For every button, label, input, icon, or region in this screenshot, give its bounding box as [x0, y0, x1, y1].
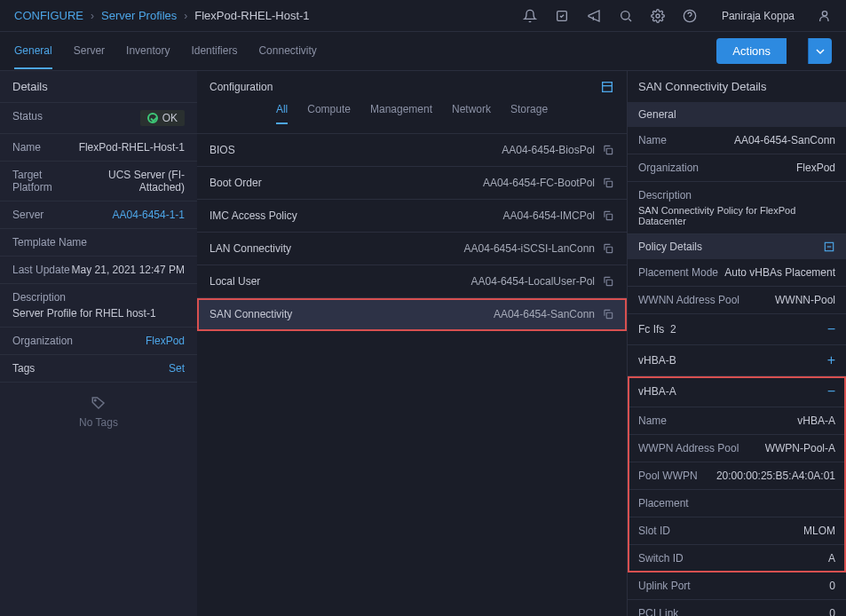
details-header: Details	[0, 71, 197, 102]
actions-dropdown[interactable]	[808, 38, 832, 64]
svg-point-4	[822, 11, 826, 15]
collapse-icon[interactable]	[823, 241, 835, 253]
config-row[interactable]: LAN ConnectivityAA04-6454-iSCSI-LanConn	[197, 233, 627, 265]
breadcrumb: CONFIGURE › Server Profiles › FlexPod-RH…	[14, 9, 523, 22]
org-link[interactable]: FlexPod	[146, 335, 185, 347]
vhba-a-row[interactable]: vHBA-A −	[628, 376, 846, 407]
profile-name: FlexPod-RHEL-Host-1	[79, 141, 185, 154]
tab-inventory[interactable]: Inventory	[126, 34, 170, 69]
breadcrumb-current: FlexPod-RHEL-Host-1	[194, 9, 309, 22]
san-title: SAN Connectivity Details	[628, 71, 846, 102]
actions-button[interactable]: Actions	[716, 38, 787, 64]
check-circle-icon	[147, 113, 158, 123]
vhba-b-row[interactable]: vHBA-B +	[628, 345, 846, 376]
svg-rect-12	[606, 312, 612, 318]
copy-icon[interactable]	[602, 209, 614, 222]
tab-connectivity[interactable]: Connectivity	[258, 34, 316, 69]
chevron-right-icon: ›	[184, 10, 187, 22]
announce-icon[interactable]	[587, 9, 601, 23]
fc-ifs-row[interactable]: Fc Ifs 2 −	[628, 314, 846, 345]
breadcrumb-root[interactable]: CONFIGURE	[14, 9, 83, 22]
gear-icon[interactable]	[651, 9, 665, 23]
tags-label: Tags	[12, 362, 35, 375]
config-tab-storage[interactable]: Storage	[510, 103, 548, 124]
tab-server[interactable]: Server	[74, 34, 105, 69]
status-badge: OK	[140, 110, 185, 126]
task-icon[interactable]	[555, 9, 569, 23]
tags-set-link[interactable]: Set	[169, 362, 185, 375]
copy-icon[interactable]	[602, 275, 614, 288]
copy-icon[interactable]	[602, 144, 614, 156]
config-row[interactable]: IMC Access PolicyAA04-6454-IMCPol	[197, 200, 627, 233]
svg-point-2	[656, 14, 660, 18]
copy-icon[interactable]	[602, 308, 614, 320]
server-link[interactable]: AA04-6454-1-1	[113, 209, 185, 221]
copy-icon[interactable]	[602, 177, 614, 189]
svg-rect-11	[606, 280, 612, 285]
tab-general[interactable]: General	[14, 34, 52, 69]
status-label: Status	[12, 110, 43, 126]
minus-icon: −	[827, 383, 835, 399]
config-tab-all[interactable]: All	[276, 103, 288, 124]
config-row[interactable]: Local UserAA04-6454-LocalUser-Pol	[197, 265, 627, 298]
config-row[interactable]: SAN ConnectivityAA04-6454-SanConn	[197, 298, 627, 331]
san-general-band: General	[628, 102, 846, 127]
breadcrumb-parent[interactable]: Server Profiles	[101, 9, 177, 22]
policy-details-band: Policy Details	[628, 234, 846, 259]
config-tab-network[interactable]: Network	[452, 103, 491, 124]
config-tab-compute[interactable]: Compute	[307, 103, 351, 124]
svg-rect-9	[606, 214, 612, 219]
chevron-down-icon	[816, 47, 825, 56]
svg-rect-8	[606, 181, 612, 186]
help-icon[interactable]	[683, 9, 697, 23]
expand-icon[interactable]	[600, 80, 614, 94]
svg-point-1	[621, 11, 629, 19]
config-title: Configuration	[210, 81, 273, 93]
chevron-right-icon: ›	[91, 10, 94, 22]
svg-rect-6	[603, 83, 613, 92]
plus-icon: +	[827, 352, 835, 368]
user-icon[interactable]	[818, 9, 832, 23]
tag-icon	[91, 395, 107, 411]
tab-identifiers[interactable]: Identifiers	[191, 34, 237, 69]
search-icon[interactable]	[619, 9, 633, 23]
minus-icon: −	[827, 321, 835, 337]
config-row[interactable]: BIOSAA04-6454-BiosPol	[197, 134, 627, 167]
username[interactable]: Paniraja Koppa	[722, 10, 795, 22]
svg-rect-10	[606, 247, 612, 252]
config-row[interactable]: Boot OrderAA04-6454-FC-BootPol	[197, 167, 627, 200]
svg-point-5	[95, 399, 97, 401]
config-tab-management[interactable]: Management	[370, 103, 432, 124]
svg-rect-7	[606, 148, 612, 154]
copy-icon[interactable]	[602, 242, 614, 255]
no-tags: No Tags	[0, 383, 197, 441]
bell-icon[interactable]	[523, 9, 537, 23]
